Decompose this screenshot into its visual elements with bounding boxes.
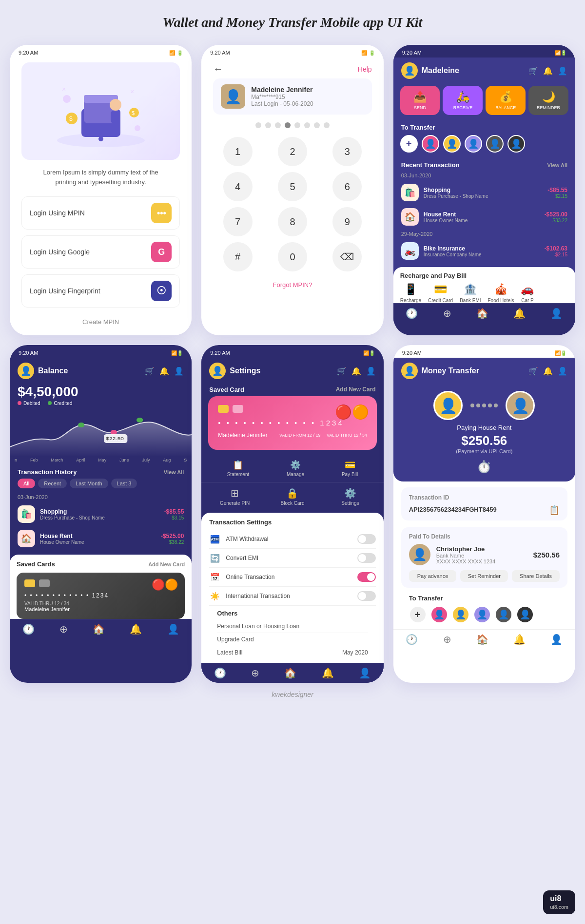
- pay-advance-btn[interactable]: Pay advance: [409, 570, 457, 582]
- contact-1[interactable]: 👤: [422, 135, 439, 153]
- back-button[interactable]: ←: [213, 63, 223, 75]
- help-link[interactable]: Help: [358, 65, 372, 73]
- filter-last3[interactable]: Last 3: [111, 479, 137, 488]
- contact-t5[interactable]: 👤: [516, 606, 534, 623]
- create-mpin-link[interactable]: Create MPIN: [21, 313, 180, 326]
- recharge-phone[interactable]: 📱 Recharge: [400, 283, 421, 303]
- receive-action[interactable]: 🛵 RECEIVE: [443, 86, 483, 115]
- nav-bell-icon[interactable]: 🔔: [513, 308, 526, 319]
- view-all-link[interactable]: View All: [164, 469, 184, 475]
- nav-mastercard-icon[interactable]: ⊕: [443, 634, 451, 645]
- forgot-pin-link[interactable]: Forgot MPIN?: [213, 281, 371, 289]
- key-backspace[interactable]: ⌫: [332, 242, 362, 271]
- contact-3[interactable]: 👤: [465, 135, 482, 153]
- nav-history-icon[interactable]: 🕐: [406, 308, 418, 319]
- user-icon[interactable]: 👤: [366, 366, 376, 376]
- nav-mastercard-icon[interactable]: ⊕: [251, 667, 259, 679]
- key-1[interactable]: 1: [223, 137, 253, 166]
- fingerprint-button[interactable]: ☉: [151, 281, 172, 301]
- recharge-car[interactable]: 🚗 Car P: [521, 283, 534, 303]
- mpin-button[interactable]: •••: [151, 203, 172, 223]
- google-button[interactable]: G: [151, 242, 172, 262]
- toggle-online[interactable]: [357, 572, 376, 582]
- bell-icon[interactable]: 🔔: [159, 366, 169, 376]
- nav-history-icon[interactable]: 🕐: [214, 667, 226, 679]
- other-upgrade[interactable]: Upgrade Card: [217, 633, 368, 646]
- nav-mastercard-icon[interactable]: ⊕: [59, 623, 68, 635]
- add-contact[interactable]: +: [400, 135, 418, 153]
- nav-user-icon[interactable]: 👤: [167, 623, 179, 635]
- login-fingerprint-option[interactable]: Login Using Fingerprint ☉: [21, 274, 180, 308]
- cart-icon[interactable]: 🛒: [145, 366, 155, 376]
- recharge-food[interactable]: 🎪 Food Hotels: [488, 283, 514, 303]
- nav-user-icon[interactable]: 👤: [359, 667, 371, 679]
- recharge-credit[interactable]: 💳 Credit Card: [428, 283, 453, 303]
- nav-mastercard-icon[interactable]: ⊕: [443, 308, 451, 319]
- key-hash[interactable]: #: [223, 242, 253, 271]
- add-contact[interactable]: +: [409, 606, 427, 623]
- statement-button[interactable]: 📋 Statement: [227, 460, 250, 477]
- cart-icon[interactable]: 🛒: [528, 366, 538, 376]
- share-details-btn[interactable]: Share Details: [512, 570, 560, 582]
- filter-lastmonth[interactable]: Last Month: [70, 479, 108, 488]
- user-icon[interactable]: 👤: [174, 366, 184, 376]
- nav-user-icon[interactable]: 👤: [550, 634, 563, 645]
- contact-t1[interactable]: 👤: [430, 606, 448, 623]
- nav-bell-icon[interactable]: 🔔: [130, 623, 142, 635]
- key-9[interactable]: 9: [332, 207, 362, 236]
- add-new-card-link[interactable]: Add New Card: [148, 561, 185, 567]
- toggle-atm[interactable]: [357, 534, 376, 544]
- filter-all[interactable]: All: [18, 479, 35, 488]
- manage-button[interactable]: ⚙️ Manage: [287, 460, 304, 477]
- balance-action[interactable]: 💰 BALANCE: [486, 86, 526, 115]
- receiver-avatar: 👤: [506, 391, 535, 420]
- user-icon[interactable]: 👤: [558, 66, 567, 76]
- send-action[interactable]: 📤 SEND: [400, 86, 440, 115]
- view-all-link[interactable]: View All: [547, 162, 567, 168]
- key-8[interactable]: 8: [278, 207, 307, 236]
- user-icon[interactable]: 👤: [558, 366, 567, 376]
- nav-history-icon[interactable]: 🕐: [22, 623, 35, 635]
- recharge-bank[interactable]: 🏦 Bank EMI: [460, 283, 481, 303]
- reminder-action[interactable]: 🌙 REMINDER: [528, 86, 568, 115]
- block-card-fn[interactable]: 🔒 Block Card: [266, 487, 319, 506]
- login-mpin-option[interactable]: Login Using MPIN •••: [21, 196, 180, 230]
- set-reminder-btn[interactable]: Set Reminder: [460, 570, 508, 582]
- nav-home-icon[interactable]: 🏠: [476, 634, 488, 645]
- contact-2[interactable]: 👤: [443, 135, 461, 153]
- contact-t2[interactable]: 👤: [452, 606, 469, 623]
- contact-5[interactable]: 👤: [507, 135, 525, 153]
- nav-home-icon[interactable]: 🏠: [284, 667, 296, 679]
- toggle-intl[interactable]: [357, 591, 376, 601]
- key-5[interactable]: 5: [278, 172, 307, 201]
- copy-icon[interactable]: 📋: [549, 505, 560, 516]
- toggle-emi[interactable]: [357, 553, 376, 563]
- key-6[interactable]: 6: [332, 172, 362, 201]
- bell-icon[interactable]: 🔔: [543, 366, 553, 376]
- nav-history-icon[interactable]: 🕐: [406, 634, 418, 645]
- key-4[interactable]: 4: [223, 172, 253, 201]
- nav-home-icon[interactable]: 🏠: [93, 623, 105, 635]
- settings-fn[interactable]: ⚙️ Settings: [324, 487, 376, 506]
- contact-t3[interactable]: 👤: [473, 606, 491, 623]
- contact-t4[interactable]: 👤: [495, 606, 512, 623]
- key-3[interactable]: 3: [332, 137, 362, 166]
- generate-pin-fn[interactable]: ⊞ Generate PIN: [208, 487, 261, 506]
- key-7[interactable]: 7: [223, 207, 253, 236]
- filter-recent[interactable]: Recent: [38, 479, 67, 488]
- add-new-card-link[interactable]: Add New Card: [336, 386, 376, 393]
- bell-icon[interactable]: 🔔: [351, 366, 361, 376]
- nav-user-icon[interactable]: 👤: [550, 308, 563, 319]
- nav-home-icon[interactable]: 🏠: [476, 308, 488, 319]
- pay-bill-button[interactable]: 💳 Pay Bill: [342, 460, 358, 477]
- contact-4[interactable]: 👤: [486, 135, 504, 153]
- cart-icon[interactable]: 🛒: [337, 366, 347, 376]
- other-loan[interactable]: Personal Loan or Housing Loan: [217, 620, 368, 633]
- login-google-option[interactable]: Login Using Google G: [21, 235, 180, 269]
- cart-icon[interactable]: 🛒: [528, 66, 538, 76]
- bell-icon[interactable]: 🔔: [543, 66, 553, 76]
- key-0[interactable]: 0: [278, 242, 307, 271]
- key-2[interactable]: 2: [278, 137, 307, 166]
- nav-bell-icon[interactable]: 🔔: [513, 634, 526, 645]
- nav-bell-icon[interactable]: 🔔: [322, 667, 334, 679]
